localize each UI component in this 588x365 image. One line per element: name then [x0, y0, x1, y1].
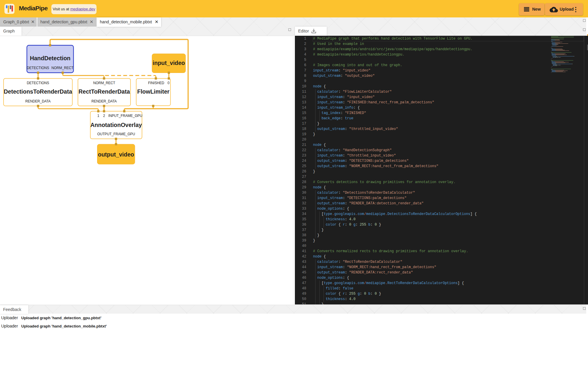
svg-text:2: 2: [103, 114, 105, 118]
svg-text:RENDER_DATA: RENDER_DATA: [25, 99, 51, 103]
svg-text:output_video: output_video: [98, 151, 134, 157]
svg-text:RENDER_DATA: RENDER_DATA: [92, 99, 117, 103]
svg-text:DETECTIONS: DETECTIONS: [27, 66, 49, 70]
svg-text:NORM_RECT: NORM_RECT: [51, 66, 73, 70]
svg-text:HandDetection: HandDetection: [30, 55, 71, 61]
svg-text:DetectionsToRenderData: DetectionsToRenderData: [4, 88, 72, 94]
svg-text:DETECTIONS: DETECTIONS: [27, 81, 49, 85]
svg-text:INPUT_FRAME_GPU: INPUT_FRAME_GPU: [108, 114, 142, 118]
svg-text:0: 0: [167, 81, 169, 85]
svg-text:OUTPUT_FRAME_GPU: OUTPUT_FRAME_GPU: [97, 132, 135, 136]
svg-text:NORM_RECT: NORM_RECT: [93, 81, 115, 85]
svg-text:FlowLimiter: FlowLimiter: [137, 88, 170, 94]
svg-text:RectToRenderData: RectToRenderData: [79, 88, 130, 94]
svg-text:1: 1: [97, 114, 99, 118]
svg-text:AnnotationOverlay: AnnotationOverlay: [90, 121, 142, 128]
svg-text:input_video: input_video: [153, 60, 185, 66]
svg-text:FINISHED: FINISHED: [148, 81, 164, 85]
